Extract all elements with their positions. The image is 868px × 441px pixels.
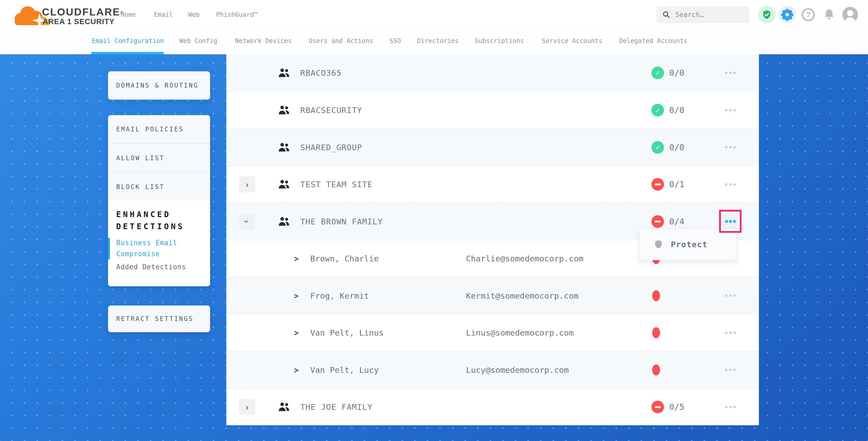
search-input[interactable]	[675, 10, 739, 19]
member-email: Kermit@somedemocorp.com	[466, 291, 579, 301]
menu-item-protect[interactable]: Protect	[671, 240, 708, 249]
status-badge-pass	[651, 141, 664, 154]
brand-subtitle: AREA 1 SECURITY	[42, 17, 115, 26]
protection-count: 0/5	[669, 402, 684, 412]
member-name: Frog, Kermit	[310, 291, 369, 301]
member-name: Van Pelt, Lucy	[310, 365, 379, 375]
nav-item-home[interactable]: Home	[121, 11, 136, 18]
nav-item-phishguard[interactable]: PhishGuard™	[216, 11, 258, 18]
more-actions-button[interactable]	[725, 367, 736, 373]
nav-item-web[interactable]: Web	[188, 11, 199, 18]
tab-delegated-accounts[interactable]: Delegated Accounts	[619, 37, 687, 44]
context-menu: Protect	[639, 229, 737, 260]
table-row-group: THE JOE FAMILY 0/5	[226, 388, 759, 426]
tab-service-accounts[interactable]: Service Accounts	[542, 37, 602, 44]
status-badge-fail	[651, 401, 664, 413]
shield-check-icon[interactable]	[758, 6, 776, 24]
table-row-group: RBACSECURITY 0/0	[226, 92, 759, 129]
nav-item-email[interactable]: Email	[154, 11, 173, 18]
app-header: CLOUDFLARE® AREA 1 SECURITY Home Email W…	[0, 0, 868, 30]
table-row-group: SHARED_GROUP 0/0	[226, 128, 759, 166]
chevron-right-icon[interactable]	[294, 365, 299, 374]
tab-web-config[interactable]: Web Config	[179, 37, 217, 44]
brand-name: CLOUDFLARE	[42, 6, 120, 18]
sidebar-policies-card: EMAIL POLICIES ALLOW LIST BLOCK LIST ENH…	[108, 115, 210, 286]
avatar	[842, 7, 858, 23]
active-tab-indicator	[91, 52, 164, 54]
group-icon	[278, 179, 290, 190]
member-email: Linus@somedemocorp.com	[466, 328, 574, 338]
more-actions-button[interactable]	[725, 145, 736, 150]
sidebar-item-block-list[interactable]: BLOCK LIST	[108, 173, 210, 201]
table-row-group: RBACO365 0/0	[226, 54, 759, 92]
tab-subscriptions[interactable]: Subscriptions	[475, 37, 524, 44]
chevron-right-icon[interactable]	[294, 291, 299, 300]
status-badge-pass	[651, 104, 664, 117]
group-icon	[278, 216, 290, 227]
shield-icon	[653, 240, 663, 249]
notifications-bell-icon[interactable]	[820, 6, 838, 24]
sidebar-item-allow-list[interactable]: ALLOW LIST	[108, 144, 210, 173]
sidebar-sublabel: Business Email Compromise	[116, 239, 177, 258]
enhanced-detections-title: ENHANCED DETECTIONS	[108, 200, 195, 232]
group-icon	[278, 142, 290, 153]
more-actions-button[interactable]	[725, 404, 736, 410]
settings-gear-icon[interactable]	[778, 6, 796, 24]
tab-network-devices[interactable]: Network Devices	[235, 37, 292, 44]
search-box	[656, 6, 750, 23]
protection-count: 0/4	[669, 217, 684, 226]
more-actions-button[interactable]	[725, 107, 736, 113]
expand-row-button[interactable]	[239, 176, 255, 192]
member-name: Brown, Charlie	[310, 254, 379, 263]
more-actions-button[interactable]	[725, 330, 736, 335]
sidebar-label: RETRACT SETTINGS	[108, 315, 193, 322]
sidebar-label: BLOCK LIST	[108, 183, 165, 191]
status-badge-pass	[651, 67, 664, 79]
tab-directories[interactable]: Directories	[417, 37, 459, 44]
annotation-highlight-box	[719, 210, 742, 233]
sidebar-label: EMAIL POLICIES	[108, 126, 184, 133]
group-icon	[278, 402, 290, 412]
status-badge-fail	[651, 178, 664, 191]
tab-sso[interactable]: SSO	[390, 37, 401, 44]
member-name: Van Pelt, Linus	[310, 328, 384, 338]
group-icon	[278, 68, 290, 78]
more-actions-button[interactable]	[725, 70, 736, 75]
status-dot-fail	[652, 365, 660, 375]
gear-glyph	[780, 7, 795, 22]
sidebar-item-added-detections[interactable]: Added Detections	[108, 263, 210, 271]
chevron-right-icon[interactable]	[294, 328, 299, 338]
table-row-member: Frog, Kermit Kermit@somedemocorp.com	[226, 277, 759, 314]
help-icon[interactable]: ?	[799, 6, 817, 24]
sidebar-item-email-policies[interactable]: EMAIL POLICIES	[108, 115, 210, 144]
protection-count: 0/1	[669, 179, 684, 189]
chevron-right-icon	[245, 403, 248, 411]
sidebar-item-domains-routing[interactable]: DOMAINS & ROUTING	[108, 71, 210, 100]
expand-row-button[interactable]	[239, 399, 255, 415]
sidebar-item-enhanced-detections[interactable]: ENHANCED DETECTIONS Business Email Compr…	[108, 200, 210, 286]
brand-wordmark: CLOUDFLARE®	[42, 6, 123, 18]
account-avatar-icon[interactable]	[841, 6, 859, 24]
table-row-group: TEST TEAM SITE 0/1	[226, 166, 759, 203]
table-row-member: Van Pelt, Linus Linus@somedemocorp.com	[226, 314, 759, 351]
protection-count: 0/0	[669, 68, 684, 78]
protection-count: 0/0	[669, 105, 684, 115]
chevron-right-icon	[245, 180, 248, 189]
more-actions-button[interactable]	[725, 182, 736, 187]
search-icon	[662, 10, 671, 19]
group-name: RBACSECURITY	[300, 105, 362, 115]
more-actions-button[interactable]	[725, 293, 736, 298]
tab-users-and-actions[interactable]: Users and Actions	[309, 37, 373, 44]
member-email: Lucy@somedemocorp.com	[466, 365, 569, 375]
group-name: SHARED_GROUP	[300, 143, 362, 152]
collapse-row-button[interactable]	[239, 213, 255, 230]
group-name: TEST TEAM SITE	[300, 180, 372, 189]
chevron-right-icon[interactable]	[294, 254, 299, 263]
status-dot-fail	[652, 290, 660, 301]
active-item-bar	[108, 238, 110, 259]
sidebar-label: DOMAINS & ROUTING	[108, 82, 198, 89]
sidebar-item-business-email-compromise[interactable]: Business Email Compromise	[108, 237, 195, 259]
sidebar-item-retract-settings[interactable]: RETRACT SETTINGS	[108, 306, 210, 332]
tab-email-configuration[interactable]: Email Configuration	[92, 37, 164, 44]
status-badge-fail	[651, 215, 664, 228]
